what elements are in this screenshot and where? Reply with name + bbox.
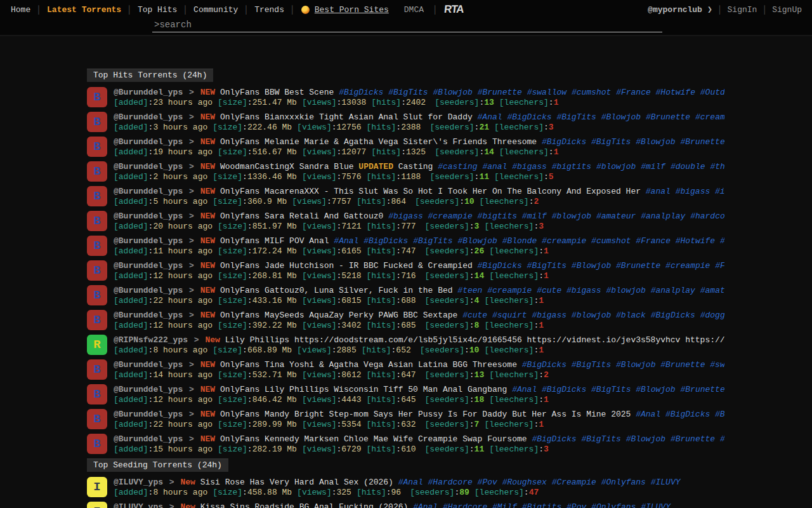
hashtag-link[interactable]: #squirt [492,311,527,320]
torrent-title[interactable]: OnlyFans Gattouz0, Luna Silver, Fuck in … [220,286,453,295]
torrent-row[interactable]: B @Burunddel_yps > NEW OnlyFans Mandy Br… [87,409,724,429]
uploader-name[interactable]: @Burunddel_yps [114,211,183,221]
account-label[interactable]: @mypornclub [648,5,702,15]
uploader-name[interactable]: @ILUVY_yps [114,502,163,508]
hashtag-link[interactable]: #Blowjob [616,360,655,370]
uploader-name[interactable]: @Burunddel_yps [114,88,183,97]
torrent-title[interactable]: OnlyFans Kennedy Marksen Chloe Mae Wife … [220,434,527,444]
hashtag-link[interactable]: #lingeri… [720,236,724,246]
hashtag-link[interactable]: #milf [522,211,547,221]
torrent-title[interactable]: Onlyfans Sara Retali And Gattouz0 [220,211,383,221]
torrent-row[interactable]: B @Burunddel_yps > NEW OnlyFans BBW Best… [87,87,724,107]
nav-top-hits[interactable]: Top Hits [132,5,183,15]
uploader-avatar[interactable]: B [87,161,107,182]
hashtag-link[interactable]: #amateur [596,211,636,221]
hashtag-link[interactable]: #BigDicks [532,434,576,444]
uploader-avatar[interactable]: R [87,335,107,355]
hashtag-link[interactable]: #Creampie [552,478,596,487]
torrent-row[interactable]: B @Burunddel_yps > NEW OnlyFans Macarena… [87,186,724,206]
hashtag-link[interactable]: #Blowjob [457,236,497,246]
hashtag-link[interactable]: #Brunette [478,88,522,97]
torrent-title[interactable]: Lily Phillips https://doodstream.com/e/l… [225,335,724,345]
hashtag-link[interactable]: #Blowjob [636,137,675,147]
uploader-avatar[interactable]: B [87,112,107,132]
torrent-row[interactable]: B @Burunddel_yps > NEW Onlyfans Sara Ret… [87,211,724,231]
hashtag-link[interactable]: #Blowjob [601,112,641,122]
hashtag-link[interactable]: #Blowjob [433,88,472,97]
hashtag-link[interactable]: #milf [641,162,665,171]
torrent-row[interactable]: I @ILUVY_yps > New Sisi Rose Has Very Ha… [87,477,724,497]
hashtag-link[interactable]: #blowjob [572,311,611,320]
uploader-name[interactable]: @Burunddel_yps [114,162,183,171]
hashtag-link[interactable]: #BigDicks [522,360,566,370]
hashtag-link[interactable]: #bigtits [552,162,591,171]
torrent-row[interactable]: B @Burunddel_yps > NEW Onlyfans MaySeeds… [87,310,724,330]
uploader-avatar[interactable]: B [87,260,107,281]
torrent-title[interactable]: WoodmanCastingX Sandra Blue [220,162,354,171]
uploader-avatar[interactable]: B [87,434,107,454]
search-input[interactable] [152,19,662,32]
hashtag-link[interactable]: #Outdoors [700,88,724,97]
uploader-avatar[interactable]: B [87,310,107,330]
torrent-title[interactable]: OnlyFans BBW Best Scene [220,88,334,97]
hashtag-link[interactable]: #Blowjob [626,434,665,444]
torrent-title[interactable]: OnlyFans Tina Yoshi & Agatha Vega Asian … [220,360,517,370]
hashtag-link[interactable]: #creampie [665,261,710,271]
hashtag-link[interactable]: #cute [462,311,487,320]
hashtag-link[interactable]: #BigDicks [542,385,586,394]
hashtag-link[interactable]: #creampie [428,211,473,221]
hashtag-link[interactable]: #swallow [527,88,566,97]
hashtag-link[interactable]: #BigDicks [507,112,551,122]
torrent-title[interactable]: Kissa Sins Roadside BG Anal Fucking (202… [200,502,409,508]
uploader-avatar[interactable]: B [87,87,107,107]
nav-community[interactable]: Community [188,5,244,15]
hashtag-link[interactable]: #Hardcore [428,478,473,487]
uploader-avatar[interactable]: B [87,137,107,157]
torrent-title[interactable]: Sisi Rose Has Very Hard Anal Sex (2026) [200,478,393,487]
hashtag-link[interactable]: #Blowjob [636,385,675,394]
best-porn-sites-link[interactable]: Best Porn Sites [315,5,389,15]
hashtag-link[interactable]: #cumshot [591,236,631,246]
uploader-avatar[interactable]: B [87,285,107,305]
hashtag-link[interactable]: #Brunette [660,360,705,370]
hashtag-link[interactable]: #double [671,162,705,171]
torrent-title[interactable]: OnlyFans Jade Hutchison - IR BBC Fucked … [220,261,473,271]
uploader-avatar[interactable]: B [87,211,107,231]
uploader-name[interactable]: @Burunddel_yps [114,311,183,320]
hashtag-link[interactable]: #Hotwife [676,236,715,246]
hashtag-link[interactable]: #casting [438,162,477,171]
hashtag-link[interactable]: #BigDicks [651,311,695,320]
hashtag-link[interactable]: #BigTits [527,261,566,271]
hashtag-link[interactable]: #BigTits [572,360,611,370]
torrent-title[interactable]: OnlyFans MacarenaXXX - This Slut Was So … [220,187,641,196]
torrent-row[interactable]: B @Burunddel_yps > NEW OnlyFans Bianxxxk… [87,112,724,132]
torrent-row[interactable]: I @ILUVY_yps > New Kissa Sins Roadside B… [87,502,724,508]
uploader-avatar[interactable]: B [87,384,107,404]
hashtag-link[interactable]: #bigass [676,187,710,196]
uploader-avatar[interactable]: B [87,409,107,429]
hashtag-link[interactable]: #amateur [700,286,724,295]
hashtag-link[interactable]: #hardcore [690,211,724,221]
hashtag-link[interactable]: #creampie [487,286,532,295]
uploader-avatar[interactable]: B [87,186,107,206]
hashtag-link[interactable]: #Milf [492,502,517,508]
torrent-row[interactable]: R @RIPNsfw222_yps > New Lily Phillips ht… [87,335,724,355]
nav-trends[interactable]: Trends [249,5,290,15]
hashtag-link[interactable]: #bigtits [478,211,517,221]
uploader-name[interactable]: @RIPNsfw222_yps [114,335,188,345]
torrent-row[interactable]: B @Burunddel_yps > NEW WoodmanCastingX S… [87,161,724,182]
uploader-name[interactable]: @Burunddel_yps [114,410,183,419]
nav-home[interactable]: Home [5,5,36,15]
uploader-name[interactable]: @Burunddel_yps [114,137,183,147]
hashtag-link[interactable]: #bigass [388,211,423,221]
hashtag-link[interactable]: #cumshot [572,88,611,97]
hashtag-link[interactable]: #Onlyfans [601,478,646,487]
torrent-row[interactable]: B @Burunddel_yps > NEW OnlyFans Melanie … [87,137,724,157]
hashtag-link[interactable]: #bigass [566,286,601,295]
hashtag-link[interactable]: #Anal [398,478,423,487]
hashtag-link[interactable]: #Onlyfans [591,502,636,508]
hashtag-link[interactable]: #BigTits [591,137,631,147]
hashtag-link[interactable]: #Hotwife [656,88,695,97]
torrent-title[interactable]: Casting [398,162,433,171]
hashtag-link[interactable]: #BigDicks [665,410,710,419]
